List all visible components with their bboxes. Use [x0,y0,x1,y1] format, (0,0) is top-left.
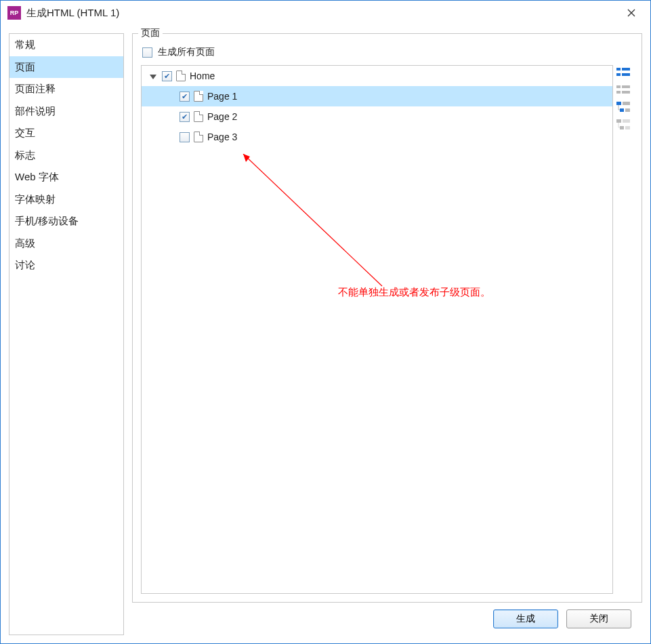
sidebar-item-logo[interactable]: 标志 [9,144,123,167]
app-icon: RP [7,6,21,20]
sidebar-item-interactions[interactable]: 交互 [9,122,123,144]
pages-groupbox: 页面 生成所有页面 Home [132,33,642,603]
svg-rect-16 [620,126,624,129]
tree-row-page2[interactable]: Page 2 [142,106,612,127]
annotation-arrow-icon [230,154,385,296]
expand-toggle-icon[interactable] [150,75,156,79]
tree-label: Page 1 [207,91,237,102]
select-children-button[interactable] [616,102,631,114]
svg-rect-12 [620,108,624,112]
svg-rect-10 [616,102,621,105]
svg-rect-14 [616,119,621,123]
deselect-children-icon [616,119,630,132]
groupbox-label: 页面 [138,27,163,39]
annotation-text: 不能单独生成或者发布子级页面。 [338,286,490,299]
sidebar-item-page-notes[interactable]: 页面注释 [9,78,123,100]
tree-checkbox[interactable] [180,112,190,122]
window-close-button[interactable] [619,1,644,25]
svg-rect-5 [622,73,630,76]
sidebar-item-web-fonts[interactable]: Web 字体 [9,166,123,188]
sidebar-item-font-mapping[interactable]: 字体映射 [9,188,123,211]
tree-row-page3[interactable]: Page 3 [142,127,612,147]
category-sidebar: 常规 页面 页面注释 部件说明 交互 标志 Web 字体 字体映射 手机/移动设… [9,33,124,635]
page-tree[interactable]: Home Page 1 Page 2 [141,65,613,594]
svg-rect-13 [625,108,630,112]
svg-rect-11 [623,102,630,105]
svg-rect-2 [616,68,621,71]
tree-label: Page 2 [207,111,237,122]
generate-button[interactable]: 生成 [493,609,558,628]
svg-rect-9 [622,91,630,94]
svg-rect-3 [622,68,630,71]
tree-toolbar [613,65,633,594]
generate-all-checkbox[interactable] [142,47,152,58]
svg-line-0 [243,154,382,286]
select-all-button[interactable] [616,66,631,79]
tree-checkbox[interactable] [162,71,172,81]
dialog-footer: 生成 关闭 [132,603,642,635]
close-button[interactable]: 关闭 [566,609,631,628]
svg-rect-15 [623,119,630,123]
svg-rect-4 [616,73,621,76]
main-panel: 页面 生成所有页面 Home [132,33,642,635]
sidebar-item-widget-notes[interactable]: 部件说明 [9,100,123,123]
page-icon [194,111,203,122]
sidebar-item-mobile[interactable]: 手机/移动设备 [9,210,123,233]
titlebar: RP 生成HTML (HTML 1) [1,1,650,25]
page-icon [194,132,203,142]
window-title: 生成HTML (HTML 1) [26,7,119,20]
dialog-content: 常规 页面 页面注释 部件说明 交互 标志 Web 字体 字体映射 手机/移动设… [1,25,650,643]
svg-rect-7 [622,85,630,88]
sidebar-item-general[interactable]: 常规 [9,34,123,56]
deselect-children-button[interactable] [616,119,631,132]
page-icon [176,71,186,81]
tree-row-page1[interactable]: Page 1 [142,86,612,106]
tree-label: Page 3 [207,132,237,142]
sidebar-item-advanced[interactable]: 高级 [9,233,123,255]
page-icon [194,91,203,102]
select-none-icon [616,85,630,96]
select-children-icon [616,102,630,114]
svg-rect-17 [625,126,630,129]
select-none-button[interactable] [616,84,631,96]
generate-all-label: 生成所有页面 [158,46,215,58]
sidebar-item-discuss[interactable]: 讨论 [9,254,123,277]
sidebar-item-pages[interactable]: 页面 [9,56,123,79]
close-icon [627,8,636,18]
generate-all-row: 生成所有页面 [141,43,633,65]
tree-checkbox[interactable] [180,92,190,102]
dialog-window: RP 生成HTML (HTML 1) 常规 页面 页面注释 部件说明 交互 标志… [0,0,651,644]
tree-checkbox[interactable] [180,132,190,142]
svg-marker-1 [243,154,250,162]
tree-label: Home [190,71,215,81]
svg-rect-8 [616,91,621,94]
svg-rect-6 [616,85,621,88]
tree-row-home[interactable]: Home [142,66,612,86]
select-all-icon [616,67,630,78]
